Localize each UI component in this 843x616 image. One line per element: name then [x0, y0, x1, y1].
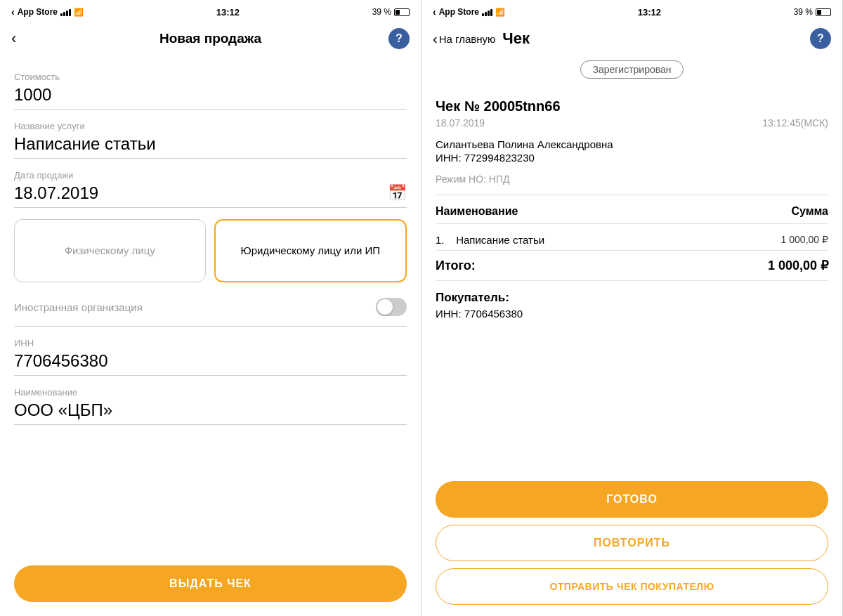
right-status-bar: ‹ App Store 📶 13:12 39 %	[422, 0, 842, 22]
battery-icon	[394, 8, 410, 16]
receipt-total-value: 1 000,00 ₽	[768, 258, 828, 273]
left-status-bar: ‹ App Store 📶 13:12 39 %	[0, 0, 421, 22]
right-screen-content: Зарегистрирован Чек № 20005tnn66 18.07.2…	[422, 55, 842, 481]
left-nav-title: Новая продажа	[32, 31, 388, 46]
right-nav-bar: ‹ На главную Чек ?	[422, 22, 842, 55]
receipt-number: Чек № 20005tnn66	[436, 98, 828, 114]
buyer-individual-button[interactable]: Физическому лицу	[14, 219, 206, 282]
issue-receipt-button[interactable]: ВЫДАТЬ ЧЕК	[14, 565, 407, 602]
wifi-icon: 📶	[74, 8, 84, 17]
right-battery-icon	[816, 8, 831, 16]
receipt-seller-inn: ИНН: 772994823230	[436, 152, 828, 164]
right-bottom-buttons: ГОТОВО ПОВТОРИТЬ ОТПРАВИТЬ ЧЕК ПОКУПАТЕЛ…	[422, 481, 842, 616]
right-help-icon: ?	[817, 32, 824, 45]
left-status-time: 13:12	[216, 7, 240, 18]
left-nav-bar: ‹ Новая продажа ?	[0, 22, 421, 55]
left-status-bar-left: ‹ App Store 📶	[11, 6, 84, 18]
buyer-type-row: Физическому лицу Юридическому лицу или И…	[14, 219, 407, 282]
receipt-meta: 18.07.2019 13:12:45(МСК)	[436, 117, 828, 129]
left-status-bar-right: 39 %	[372, 7, 410, 17]
buyer-legal-label: Юридическому лицу или ИП	[240, 244, 380, 258]
company-name-label: Наименование	[14, 387, 407, 398]
right-help-button[interactable]: ?	[810, 28, 831, 49]
send-receipt-button[interactable]: ОТПРАВИТЬ ЧЕК ПОКУПАТЕЛЮ	[436, 568, 828, 605]
receipt-item-number: 1.	[436, 234, 445, 246]
right-nav-title: Чек	[502, 30, 530, 48]
service-field-group: Название услуги Написание статьи	[14, 121, 407, 159]
inn-value[interactable]: 7706456380	[14, 351, 407, 376]
right-battery-pct: 39 %	[794, 7, 813, 17]
right-status-bar-right: 39 %	[794, 7, 831, 17]
receipt-tax-mode: Режим НО: НПД	[436, 173, 828, 195]
right-appstore-label: App Store	[439, 7, 479, 17]
right-signal-bars-icon	[482, 8, 492, 16]
status-badge: Зарегистрирован	[580, 60, 683, 79]
done-button[interactable]: ГОТОВО	[436, 481, 828, 518]
repeat-button[interactable]: ПОВТОРИТЬ	[436, 525, 828, 561]
buyer-legal-button[interactable]: Юридическому лицу или ИП	[214, 219, 407, 282]
left-back-button[interactable]: ‹	[11, 30, 32, 48]
right-phone-screen: ‹ App Store 📶 13:12 39 % ‹ На главную Че…	[422, 0, 843, 616]
cost-field-group: Стоимость 1000	[14, 72, 407, 110]
cost-value[interactable]: 1000	[14, 85, 407, 110]
receipt-total-row: Итого: 1 000,00 ₽	[436, 251, 828, 281]
receipt-table-header: Наименование Сумма	[436, 205, 828, 224]
receipt-col-sum: Сумма	[791, 205, 828, 218]
left-help-button[interactable]: ?	[388, 28, 410, 49]
receipt-date: 18.07.2019	[436, 117, 485, 129]
inn-label: ИНН	[14, 338, 407, 348]
buyer-individual-label: Физическому лицу	[65, 244, 155, 258]
left-phone-screen: ‹ App Store 📶 13:12 39 % ‹ Новая продажа…	[0, 0, 422, 616]
receipt-buyer-label: Покупатель:	[436, 291, 828, 305]
service-label: Название услуги	[14, 121, 407, 131]
left-screen-content: Стоимость 1000 Название услуги Написание…	[0, 55, 421, 557]
status-badge-container: Зарегистрирован	[436, 60, 828, 89]
cost-label: Стоимость	[14, 72, 407, 82]
right-back-chevron-icon: ‹	[433, 32, 438, 46]
right-back-label: На главную	[439, 33, 496, 45]
receipt-total-label: Итого:	[436, 258, 476, 273]
receipt-item-name-text: Написание статьи	[456, 234, 544, 246]
date-value[interactable]: 18.07.2019	[14, 183, 98, 203]
receipt-buyer-inn: ИНН: 7706456380	[436, 308, 828, 320]
appstore-chevron-icon: ‹	[11, 6, 15, 18]
foreign-org-toggle[interactable]	[376, 298, 407, 316]
company-name-field-group: Наименование ООО «ЦБП»	[14, 387, 407, 425]
date-label: Дата продажи	[14, 170, 407, 181]
receipt-table-row: 1. Написание статьи 1 000,00 ₽	[436, 230, 828, 251]
receipt-col-name: Наименование	[436, 205, 518, 218]
receipt-item-price: 1 000,00 ₽	[781, 234, 828, 246]
date-field-group: Дата продажи 18.07.2019 📅	[14, 170, 407, 208]
receipt-time: 13:12:45(МСК)	[762, 117, 828, 129]
right-status-time: 13:12	[638, 7, 661, 18]
left-battery-pct: 39 %	[372, 7, 391, 17]
foreign-org-label: Иностранная организация	[14, 301, 143, 313]
left-bottom-area: ВЫДАТЬ ЧЕК	[0, 557, 421, 616]
receipt-item-fullname: 1. Написание статьи	[436, 234, 781, 246]
right-appstore-chevron-icon: ‹	[433, 6, 436, 18]
calendar-icon[interactable]: 📅	[388, 184, 407, 202]
inn-field-group: ИНН 7706456380	[14, 338, 407, 376]
right-back-button[interactable]: ‹ На главную	[433, 32, 495, 46]
date-field-row: 18.07.2019 📅	[14, 183, 407, 208]
company-name-value[interactable]: ООО «ЦБП»	[14, 400, 407, 425]
left-back-chevron-icon: ‹	[11, 30, 16, 48]
receipt-seller-name: Силантьева Полина Александровна	[436, 138, 828, 150]
right-status-bar-left: ‹ App Store 📶	[433, 6, 505, 18]
foreign-org-row: Иностранная организация	[14, 288, 407, 327]
left-help-icon: ?	[396, 32, 403, 45]
left-appstore-label: App Store	[18, 7, 58, 17]
signal-bars-icon	[60, 8, 71, 16]
service-value[interactable]: Написание статьи	[14, 134, 407, 159]
right-wifi-icon: 📶	[495, 8, 505, 17]
